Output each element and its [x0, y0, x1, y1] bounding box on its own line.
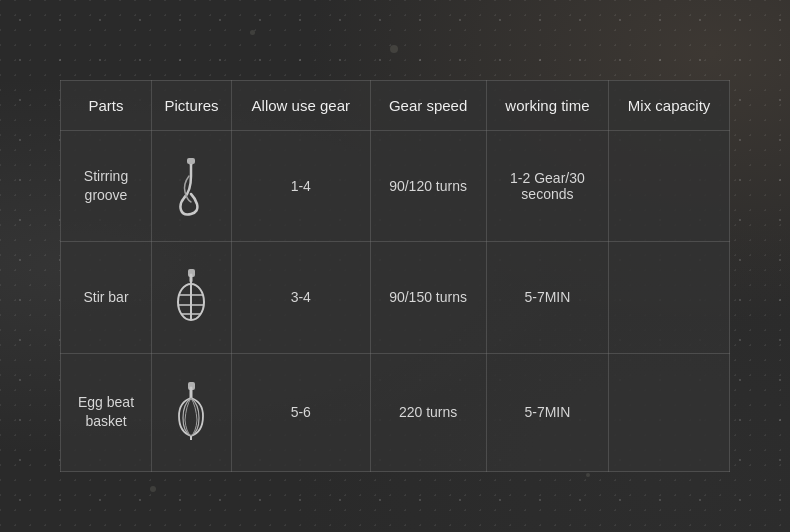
- cell-working-time: 1-2 Gear/30seconds: [486, 131, 609, 242]
- cell-mix-capacity: [609, 242, 730, 353]
- cell-allow-gear: 1-4: [232, 131, 371, 242]
- table-header-row: Parts Pictures Allow use gear Gear speed…: [61, 81, 730, 131]
- paddle-icon: [164, 267, 219, 327]
- col-header-allow-use-gear: Allow use gear: [232, 81, 371, 131]
- hook-icon: [164, 156, 219, 216]
- cell-gear-speed: 90/120 turns: [370, 131, 486, 242]
- cell-mix-capacity: [609, 131, 730, 242]
- cell-picture: [152, 131, 232, 242]
- cell-allow-gear: 5-6: [232, 353, 371, 472]
- table-container: Parts Pictures Allow use gear Gear speed…: [60, 80, 730, 472]
- cell-part-name: Stirringgroove: [61, 131, 152, 242]
- cell-picture: [152, 242, 232, 353]
- col-header-gear-speed: Gear speed: [370, 81, 486, 131]
- col-header-working-time: working time: [486, 81, 609, 131]
- cell-working-time: 5-7MIN: [486, 353, 609, 472]
- specs-table: Parts Pictures Allow use gear Gear speed…: [60, 80, 730, 472]
- cell-picture: [152, 353, 232, 472]
- table-row: Stir bar: [61, 242, 730, 353]
- table-row: Egg beatbasket: [61, 353, 730, 472]
- cell-working-time: 5-7MIN: [486, 242, 609, 353]
- cell-gear-speed: 90/150 turns: [370, 242, 486, 353]
- cell-allow-gear: 3-4: [232, 242, 371, 353]
- col-header-parts: Parts: [61, 81, 152, 131]
- cell-part-name: Egg beatbasket: [61, 353, 152, 472]
- whisk-icon: [164, 380, 219, 445]
- col-header-mix-capacity: Mix capacity: [609, 81, 730, 131]
- cell-mix-capacity: [609, 353, 730, 472]
- col-header-pictures: Pictures: [152, 81, 232, 131]
- cell-gear-speed: 220 turns: [370, 353, 486, 472]
- svg-rect-0: [187, 158, 195, 164]
- cell-part-name: Stir bar: [61, 242, 152, 353]
- table-row: Stirringgroove 1-4 90/120 turns 1-2: [61, 131, 730, 242]
